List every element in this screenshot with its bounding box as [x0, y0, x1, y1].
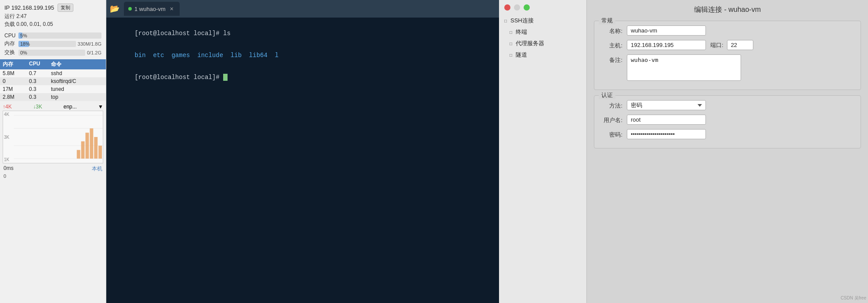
memory-detail: 330M/1.8G	[78, 41, 101, 47]
svg-rect-5	[81, 141, 85, 159]
auth-section: 认证 方法: 密码 公钥 Keyboard Interactive 用户名: 密…	[594, 95, 861, 148]
host-input[interactable]	[627, 40, 706, 50]
proc-mem-1: 0	[3, 78, 29, 84]
port-input[interactable]	[727, 40, 753, 50]
terminal-line-2: bin etc games include lib lib64 l	[112, 45, 493, 66]
proc-header-cmd: 命令	[51, 61, 103, 68]
right-panel: □ SSH连接 □ 终端 □ 代理服务器 □ 隧道 编辑连接 - wuhao-v…	[499, 0, 868, 303]
network-section: ↑4K ↓3K enp... ▼ 4K 3K 1K	[0, 104, 106, 303]
tab-status-dot	[128, 7, 132, 11]
proc-cmd-2: tuned	[51, 86, 103, 92]
terminal-tab[interactable]: 1 wuhao-vm ×	[124, 2, 180, 16]
left-header: IP 192.168.199.195 复制 运行 2:47 负载 0.00, 0…	[0, 0, 106, 32]
tab-bar: 📂 1 wuhao-vm ×	[106, 0, 499, 18]
maximize-button-tl[interactable]	[524, 4, 530, 11]
method-label: 方法:	[600, 100, 622, 110]
ip-row: IP 192.168.199.195 复制	[4, 4, 101, 12]
swap-row: 交换 0% 0/1.2G	[0, 49, 106, 56]
machine-label: 本机	[92, 165, 102, 173]
port-row: 端口:	[710, 40, 753, 50]
svg-rect-7	[90, 128, 93, 159]
proc-mem-3: 2.8M	[3, 94, 29, 100]
copy-button[interactable]: 复制	[58, 4, 73, 12]
tree-expand-icon: □	[503, 18, 509, 24]
swap-detail: 0/1.2G	[87, 50, 101, 55]
tree-proxy-label: 代理服务器	[516, 40, 544, 47]
username-input[interactable]	[627, 115, 706, 125]
ssh-tree-root-label: SSH连接	[510, 17, 534, 25]
username-label: 用户名:	[600, 115, 622, 124]
left-panel: IP 192.168.199.195 复制 运行 2:47 负载 0.00, 0…	[0, 0, 106, 303]
cpu-label: CPU	[4, 32, 17, 39]
proc-cpu-3: 0.3	[29, 94, 51, 100]
network-upload: ↑4K	[3, 104, 12, 110]
name-input[interactable]	[627, 25, 706, 36]
network-header: ↑4K ↓3K enp... ▼	[3, 104, 103, 110]
name-row: 名称:	[600, 25, 854, 36]
ssh-tree-root[interactable]: □ SSH连接	[499, 15, 586, 26]
remark-input[interactable]	[627, 54, 741, 81]
network-interface: enp...	[64, 104, 77, 110]
proc-cmd-1: ksoftirqd/C	[51, 78, 103, 84]
svg-rect-4	[77, 150, 80, 159]
table-row[interactable]: 17M 0.3 tuned	[0, 85, 106, 93]
proc-cmd-3: top	[51, 94, 103, 100]
swap-bar: 0%	[18, 50, 85, 56]
network-graph: 4K 3K 1K	[3, 111, 103, 163]
y-label-4k: 4K	[4, 112, 9, 117]
table-row[interactable]: 5.8M 0.7 sshd	[0, 69, 106, 77]
proc-mem-0: 5.8M	[3, 70, 29, 76]
memory-percent: 18%	[18, 41, 76, 47]
host-label: 主机:	[600, 40, 622, 50]
chevron-down-icon[interactable]: ▼	[98, 104, 103, 110]
tab-close-button[interactable]: ×	[170, 5, 174, 12]
terminal-content[interactable]: [root@localhost local]# ls bin etc games…	[106, 18, 499, 303]
terminal-panel: 📂 1 wuhao-vm × [root@localhost local]# l…	[106, 0, 499, 303]
svg-rect-6	[86, 133, 89, 159]
terminal-line-3: [root@localhost local]#	[112, 67, 493, 88]
username-row: 用户名:	[600, 115, 854, 125]
memory-bar: 18%	[18, 41, 76, 47]
proc-cpu-1: 0.3	[29, 78, 51, 84]
proc-header-cpu: CPU	[29, 61, 51, 68]
terminal-ls-output: bin etc games include lib lib64 l	[134, 52, 278, 59]
terminal-cursor	[223, 74, 228, 81]
close-button-tl[interactable]	[504, 4, 510, 11]
proc-header-mem: 内存	[3, 61, 29, 68]
table-row[interactable]: 2.8M 0.3 top	[0, 93, 106, 101]
svg-rect-9	[98, 146, 102, 159]
edit-connection-form: 编辑连接 - wuhao-vm 常规 名称: 主机: 端口: 备注:	[587, 0, 868, 303]
proc-mem-2: 17M	[3, 86, 29, 92]
remark-row: 备注:	[600, 54, 854, 81]
tree-tunnel-label: 隧道	[516, 51, 527, 59]
sidebar-item-tunnel[interactable]: □ 隧道	[499, 49, 586, 61]
form-title: 编辑连接 - wuhao-vm	[594, 5, 861, 14]
folder-icon[interactable]: 📂	[110, 4, 119, 14]
latency-display: 0ms	[4, 165, 14, 173]
ssh-tree: □ SSH连接 □ 终端 □ 代理服务器 □ 隧道	[499, 0, 587, 303]
tree-expand-proxy-icon: □	[508, 40, 514, 47]
minimize-button-tl[interactable]	[514, 4, 520, 11]
terminal-prompt-1: [root@localhost local]# ls	[134, 30, 230, 37]
sidebar-item-terminal[interactable]: □ 终端	[499, 26, 586, 38]
method-select[interactable]: 密码 公钥 Keyboard Interactive	[627, 100, 706, 110]
cpu-percent: 5%	[18, 32, 101, 39]
swap-percent: 0%	[18, 50, 85, 56]
cpu-row: CPU 5%	[0, 32, 106, 39]
memory-label: 内存	[4, 40, 17, 47]
traffic-lights	[499, 4, 586, 15]
svg-rect-8	[94, 137, 98, 159]
network-footer: 0ms 本机	[3, 165, 103, 173]
swap-label: 交换	[4, 49, 17, 56]
password-input[interactable]	[627, 129, 706, 139]
tree-terminal-label: 终端	[516, 28, 527, 36]
ip-address: IP 192.168.199.195	[4, 4, 54, 11]
general-section: 常规 名称: 主机: 端口: 备注:	[594, 21, 861, 90]
process-table-header: 内存 CPU 命令	[0, 59, 106, 69]
table-row[interactable]: 0 0.3 ksoftirqd/C	[0, 77, 106, 85]
sidebar-item-proxy[interactable]: □ 代理服务器	[499, 38, 586, 49]
port-label: 端口:	[710, 41, 723, 49]
proc-cpu-2: 0.3	[29, 86, 51, 92]
cpu-bar: 5%	[18, 32, 101, 39]
auth-section-title: 认证	[599, 91, 615, 99]
